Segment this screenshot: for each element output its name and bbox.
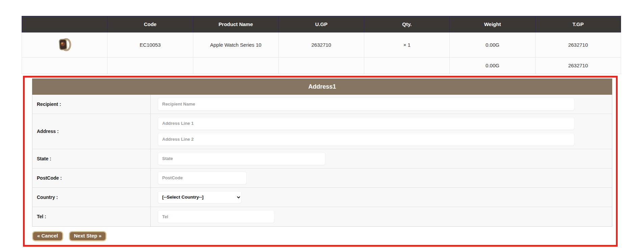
country-label: Country : xyxy=(32,188,151,207)
unit-gp-value: 2632710 xyxy=(278,32,364,57)
total-gp-sum-value: 2632710 xyxy=(535,57,621,74)
column-header-image xyxy=(22,16,107,32)
country-select[interactable]: [--Select Country--] xyxy=(158,191,242,203)
form-row-address: Address : xyxy=(32,114,612,149)
apple-watch-icon xyxy=(57,38,72,52)
recipient-label: Recipient : xyxy=(32,95,151,114)
state-input[interactable] xyxy=(158,152,325,165)
form-buttons: « Cancel Next Step » xyxy=(32,231,612,241)
totals-empty-cell xyxy=(278,57,364,74)
total-gp-value: 2632710 xyxy=(535,32,621,57)
totals-empty-cell xyxy=(193,57,278,74)
postcode-label: PostCode : xyxy=(32,168,151,187)
weight-value: 0.00G xyxy=(450,32,535,57)
tel-input[interactable] xyxy=(158,210,274,223)
form-row-tel: Tel : xyxy=(32,207,612,226)
postcode-input[interactable] xyxy=(158,172,247,184)
product-code: EC10053 xyxy=(107,32,193,57)
product-name: Apple Watch Series 10 xyxy=(193,32,278,57)
table-row: EC10053 Apple Watch Series 10 2632710 × … xyxy=(22,32,621,57)
form-row-country: Country : [--Select Country--] xyxy=(32,188,612,207)
tel-label: Tel : xyxy=(32,207,151,226)
form-row-recipient: Recipient : xyxy=(32,95,612,114)
recipient-input[interactable] xyxy=(158,98,574,111)
totals-row: 0.00G 2632710 xyxy=(22,57,621,74)
form-row-postcode: PostCode : xyxy=(32,168,612,188)
product-image-cell xyxy=(22,32,107,57)
address-line1-input[interactable] xyxy=(158,117,574,130)
next-step-button[interactable]: Next Step » xyxy=(69,231,107,241)
address-line2-input[interactable] xyxy=(158,133,574,146)
address-form: Recipient : Address : State : PostCode : xyxy=(32,95,612,227)
form-row-state: State : xyxy=(32,149,612,168)
totals-empty-cell xyxy=(364,57,450,74)
column-header-qty: Qty. xyxy=(364,16,450,32)
column-header-code: Code xyxy=(107,16,193,32)
column-header-product-name: Product Name xyxy=(193,16,278,32)
table-header-row: Code Product Name U.GP Qty. Weight T.GP xyxy=(22,16,621,32)
cancel-button[interactable]: « Cancel xyxy=(32,231,63,241)
product-summary-table: Code Product Name U.GP Qty. Weight T.GP … xyxy=(22,16,621,74)
state-label: State : xyxy=(32,149,151,168)
address-panel: Address1 Recipient : Address : State : P… xyxy=(23,76,618,247)
column-header-tgp: T.GP xyxy=(535,16,621,32)
address-label: Address : xyxy=(32,114,151,149)
column-header-weight: Weight xyxy=(450,16,535,32)
totals-empty-cell xyxy=(107,57,193,74)
address-panel-title: Address1 xyxy=(32,78,612,95)
column-header-ugp: U.GP xyxy=(278,16,364,32)
quantity-value: × 1 xyxy=(364,32,450,57)
total-weight-value: 0.00G xyxy=(450,57,535,74)
totals-empty-cell xyxy=(22,57,107,74)
